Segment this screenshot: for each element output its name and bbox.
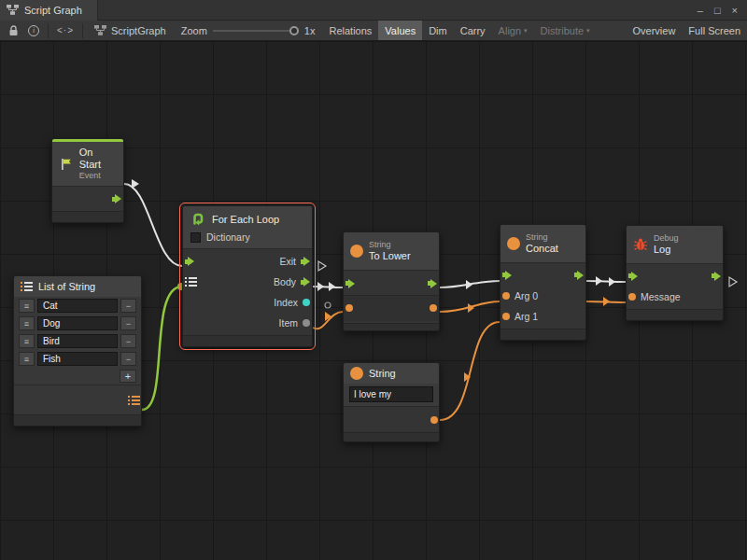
node-title: List of String xyxy=(38,281,95,292)
bug-icon xyxy=(633,237,648,252)
node-on-start[interactable]: On Start Event xyxy=(51,138,124,223)
result-output-port[interactable] xyxy=(430,304,437,312)
index-output-port[interactable] xyxy=(303,299,310,306)
message-input-port[interactable] xyxy=(628,293,636,301)
wire-arrow-icon xyxy=(466,280,472,289)
wire-arrow-icon xyxy=(596,276,602,286)
remove-item-button[interactable]: − xyxy=(120,334,136,348)
distribute-button[interactable]: Distribute ▾ xyxy=(534,21,597,40)
wire-onstart-foreach[interactable] xyxy=(124,184,182,266)
string-type-icon xyxy=(507,237,520,250)
zoom-control: Zoom 1x xyxy=(174,25,323,36)
wire-arrow-icon xyxy=(317,282,324,291)
carry-button[interactable]: Carry xyxy=(454,21,492,40)
align-button[interactable]: Align ▾ xyxy=(492,21,534,40)
node-header: On Start Event xyxy=(52,142,123,186)
arg1-input-port[interactable] xyxy=(502,313,510,320)
dictionary-option: Dictionary xyxy=(183,230,312,248)
port-label: Body xyxy=(274,276,296,287)
enter-input-port[interactable] xyxy=(345,279,355,288)
node-title: For Each Loop xyxy=(212,214,279,225)
drag-handle-icon[interactable]: ≡ xyxy=(19,299,35,313)
drag-handle-icon[interactable]: ≡ xyxy=(19,334,35,348)
lock-icon[interactable] xyxy=(4,21,23,40)
enter-input-port[interactable] xyxy=(502,271,512,280)
node-footer xyxy=(500,329,585,340)
drag-handle-icon[interactable]: ≡ xyxy=(19,316,35,330)
zoom-slider[interactable] xyxy=(213,25,299,36)
window-controls: – □ × xyxy=(698,5,747,16)
code-icon[interactable]: <·> xyxy=(52,21,78,40)
node-for-each-loop[interactable]: For Each Loop Dictionary Exit xyxy=(182,205,313,347)
minimize-button[interactable]: – xyxy=(698,5,703,16)
arg0-input-port[interactable] xyxy=(502,292,510,300)
node-debug-log[interactable]: Debug Log Message xyxy=(626,225,724,321)
port-label: Message xyxy=(641,291,681,302)
list-item-field[interactable]: Bird xyxy=(37,334,118,348)
list-item-row: ≡ Cat − xyxy=(14,297,141,315)
body-output-port[interactable] xyxy=(301,277,310,287)
node-title: On Start xyxy=(79,147,117,171)
node-list-of-string[interactable]: List of String ≡ Cat − ≡ Dog − ≡ Bird − … xyxy=(13,275,142,427)
exit-output-port[interactable] xyxy=(301,257,310,266)
graph-canvas[interactable]: On Start Event List of String xyxy=(0,41,747,560)
remove-item-button[interactable]: − xyxy=(120,316,136,330)
list-item-field[interactable]: Cat xyxy=(37,299,118,313)
list-item-field[interactable]: Fish xyxy=(37,352,118,366)
wire-list-foreach[interactable] xyxy=(142,287,182,410)
zoom-label: Zoom xyxy=(181,25,207,36)
string-type-icon xyxy=(350,367,363,380)
dim-button[interactable]: Dim xyxy=(422,21,454,40)
maximize-button[interactable]: □ xyxy=(714,5,721,16)
node-footer xyxy=(344,323,439,330)
enter-input-port[interactable] xyxy=(628,272,638,281)
fullscreen-button[interactable]: Full Screen xyxy=(682,21,747,40)
list-output-port[interactable] xyxy=(128,396,140,405)
dictionary-checkbox[interactable] xyxy=(190,232,201,243)
breadcrumb-scriptgraph[interactable]: ScriptGraph xyxy=(87,21,174,40)
exit-output-port[interactable] xyxy=(428,279,437,288)
values-button[interactable]: Values xyxy=(378,21,422,40)
node-title: Concat xyxy=(526,243,558,255)
close-button[interactable]: × xyxy=(732,5,738,16)
zoom-slider-handle[interactable] xyxy=(289,26,299,35)
node-string-literal[interactable]: String xyxy=(343,362,440,442)
remove-item-button[interactable]: − xyxy=(120,352,136,366)
wire-arrow-icon xyxy=(468,303,474,313)
node-category: Debug xyxy=(654,233,679,244)
list-icon xyxy=(21,282,33,291)
relations-button[interactable]: Relations xyxy=(322,21,378,40)
script-graph-icon xyxy=(7,5,19,15)
string-input-port[interactable] xyxy=(345,304,353,312)
item-output-port[interactable] xyxy=(303,319,310,327)
wire-concat-log-flow[interactable] xyxy=(586,281,626,282)
overview-button[interactable]: Overview xyxy=(627,21,683,40)
unconnected-exit-port[interactable] xyxy=(729,277,737,287)
wire-body-tolower[interactable] xyxy=(313,287,343,287)
node-concat[interactable]: String Concat Arg 0 Arg 1 xyxy=(500,224,586,341)
exit-output-port[interactable] xyxy=(574,271,584,280)
drag-handle-icon[interactable]: ≡ xyxy=(19,352,35,366)
exit-output-port[interactable] xyxy=(712,272,721,281)
wire-literal-concat-arg1[interactable] xyxy=(440,322,500,420)
info-icon[interactable]: i xyxy=(23,21,44,40)
string-literal-input[interactable] xyxy=(349,386,433,402)
trigger-output-port[interactable] xyxy=(112,194,121,203)
list-item-row: ≡ Fish − xyxy=(14,350,141,368)
node-footer xyxy=(344,432,439,441)
remove-item-button[interactable]: − xyxy=(120,299,136,313)
list-item-field[interactable]: Dog xyxy=(37,316,118,330)
collection-input-port[interactable] xyxy=(185,277,197,287)
tab-script-graph[interactable]: Script Graph xyxy=(0,0,98,21)
enter-input-port[interactable] xyxy=(185,257,194,266)
zoom-slider-track xyxy=(213,30,299,32)
value-output-port[interactable] xyxy=(430,416,438,424)
wire-arrow-icon xyxy=(609,277,615,287)
node-header: For Each Loop xyxy=(183,206,312,230)
add-item-button[interactable]: + xyxy=(120,370,136,383)
wire-arrow-icon xyxy=(132,179,139,189)
node-to-lower[interactable]: String To Lower xyxy=(343,231,440,331)
unconnected-port-indicator[interactable] xyxy=(325,302,331,308)
unconnected-exit-port[interactable] xyxy=(318,261,326,271)
unity-script-graph-window: Script Graph – □ × i <·> xyxy=(0,0,747,560)
